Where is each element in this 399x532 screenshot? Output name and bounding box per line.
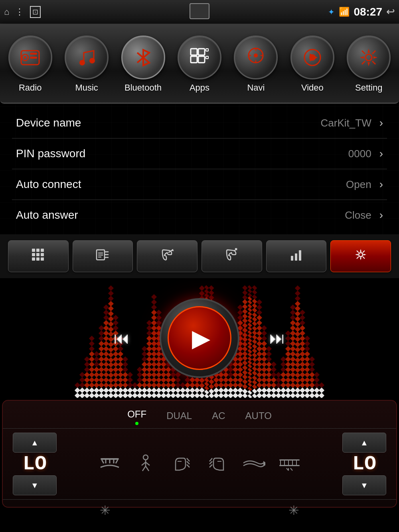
svg-rect-43	[295, 253, 297, 261]
climate-dual-button[interactable]: DUAL	[162, 408, 196, 423]
home-icon[interactable]: ⌂	[4, 7, 9, 17]
left-temp-up-button[interactable]: ▲	[13, 433, 57, 453]
svg-rect-50	[101, 458, 119, 460]
svg-rect-71	[279, 459, 300, 461]
svg-rect-77	[279, 465, 300, 466]
bluetooth-nav-label: Bluetooth	[124, 83, 162, 93]
bt-action-settings[interactable]	[330, 240, 391, 272]
svg-line-60	[142, 466, 146, 471]
svg-line-47	[363, 257, 365, 259]
settings-icon	[354, 248, 368, 265]
svg-rect-7	[191, 49, 197, 55]
apps-nav-icon	[178, 36, 221, 79]
music-nav-icon	[65, 36, 109, 79]
climate-off-button[interactable]: OFF	[123, 407, 150, 422]
bt-row-auto-answer[interactable]: Auto answer Close ›	[12, 200, 387, 230]
nav-item-video[interactable]: Video	[290, 36, 334, 93]
svg-rect-4	[30, 57, 37, 59]
svg-rect-30	[36, 257, 40, 261]
nav-item-bluetooth[interactable]: Bluetooth	[121, 36, 165, 93]
svg-line-49	[363, 251, 365, 253]
seat-heat-left-icon[interactable]	[166, 452, 198, 476]
bt-row-label-auto-connect: Auto connect	[16, 178, 81, 191]
setting-nav-label: Setting	[355, 83, 383, 93]
signal-icon	[289, 248, 303, 265]
app-switch-icon[interactable]: ⊡	[30, 6, 41, 18]
music-nav-label: Music	[75, 83, 98, 93]
next-button[interactable]: ⏭	[259, 320, 295, 356]
previous-button[interactable]: ⏮	[104, 320, 140, 356]
climate-function-icons	[67, 448, 332, 480]
play-button[interactable]: ▶	[160, 298, 239, 378]
svg-line-46	[357, 251, 359, 253]
nav-item-navi[interactable]: Navi	[234, 36, 278, 93]
svg-line-55	[116, 460, 118, 463]
svg-rect-8	[198, 49, 205, 55]
svg-rect-28	[41, 253, 44, 256]
svg-rect-27	[36, 253, 40, 256]
play-icon: ▶	[168, 306, 231, 370]
video-nav-label: Video	[301, 83, 324, 93]
bt-row-label-device-name: Device name	[16, 117, 81, 129]
climate-auto-button[interactable]: AUTO	[241, 408, 276, 423]
nav-item-setting[interactable]: Setting	[347, 36, 391, 93]
bt-row-label-auto-answer: Auto answer	[16, 209, 78, 222]
left-fan-icon[interactable]: ✳	[100, 503, 111, 518]
bt-action-numpad[interactable]	[8, 240, 69, 272]
apps-nav-label: Apps	[190, 83, 209, 93]
bt-action-contacts[interactable]	[73, 240, 133, 272]
nav-item-radio[interactable]: Radio	[8, 36, 52, 93]
svg-line-58	[142, 462, 146, 465]
defrost-icon[interactable]	[94, 452, 126, 476]
bt-row-auto-connect[interactable]: Auto connect Open ›	[12, 169, 387, 200]
menu-icon[interactable]: ⋮	[15, 7, 24, 17]
bt-action-signal[interactable]	[266, 240, 327, 272]
call-log-icon	[160, 248, 174, 265]
right-fan-icon[interactable]: ✳	[288, 503, 299, 518]
climate-controls-row: ▲ LO ▼ ▲ LO	[3, 429, 396, 499]
svg-point-6	[89, 58, 95, 63]
svg-rect-44	[299, 250, 301, 261]
climate-ac-button[interactable]: AC	[208, 408, 229, 423]
off-indicator	[135, 422, 138, 425]
svg-rect-31	[41, 257, 44, 261]
bt-row-value-auto-answer: Close	[345, 209, 371, 222]
bluetooth-status-icon: ✦	[328, 7, 335, 17]
left-temp-display: LO	[23, 453, 47, 475]
bt-action-call-log[interactable]	[137, 240, 198, 272]
window-button[interactable]	[190, 3, 209, 19]
right-temp-up-button[interactable]: ▲	[342, 433, 386, 453]
bt-chevron-device-name: ›	[379, 117, 383, 129]
back-icon[interactable]: ↩	[386, 6, 395, 18]
bt-row-label-pin-password: PIN password	[16, 147, 85, 160]
svg-rect-11	[206, 49, 208, 51]
svg-line-64	[187, 461, 190, 464]
svg-line-59	[146, 462, 150, 465]
svg-line-68	[209, 461, 212, 464]
svg-point-56	[143, 455, 148, 460]
right-temp-control: ▲ LO ▼	[332, 429, 396, 499]
nav-item-apps[interactable]: Apps	[178, 36, 221, 93]
svg-point-45	[359, 253, 363, 257]
svg-rect-26	[32, 253, 35, 256]
svg-rect-25	[41, 249, 44, 252]
nav-item-music[interactable]: Music	[65, 36, 109, 93]
seat-heat-right-icon[interactable]	[201, 452, 233, 476]
svg-line-65	[187, 465, 190, 467]
bt-action-phone[interactable]	[201, 240, 262, 272]
rear-defrost-icon[interactable]	[273, 452, 305, 476]
airflow-icon[interactable]	[237, 452, 269, 476]
svg-rect-24	[36, 249, 40, 252]
bluetooth-settings-panel: Device name CarKit_TW › PIN password 000…	[0, 104, 399, 234]
left-temp-down-button[interactable]: ▼	[13, 475, 57, 495]
body-heat-icon[interactable]	[130, 452, 162, 476]
svg-rect-3	[30, 53, 37, 55]
bt-row-device-name[interactable]: Device name CarKit_TW ›	[12, 108, 387, 138]
status-bar: ⌂ ⋮ ⊡ ✦ 📶 08:27 ↩	[0, 0, 399, 24]
climate-mode-bar: OFF DUAL AC AUTO	[3, 401, 396, 429]
bt-row-pin-password[interactable]: PIN password 0000 ›	[12, 138, 387, 169]
right-temp-down-button[interactable]: ▼	[342, 475, 386, 495]
radio-nav-label: Radio	[19, 83, 41, 93]
right-temp-display: LO	[352, 453, 376, 475]
numpad-icon	[31, 248, 45, 265]
